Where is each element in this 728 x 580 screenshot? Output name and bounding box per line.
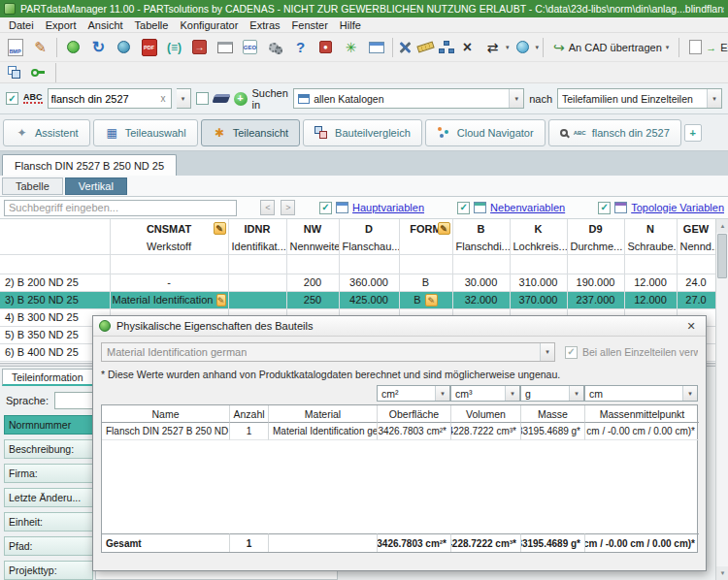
column-header-d[interactable]: D (339, 219, 399, 239)
table-cell[interactable]: 32.000 (452, 291, 510, 308)
table-cell[interactable]: 27.0 (677, 291, 715, 308)
measure-ruler-icon[interactable] (414, 36, 438, 59)
text-search-checkbox[interactable]: ✓ (6, 92, 18, 105)
globe-dropdown-icon[interactable]: ▾ (536, 44, 540, 51)
edit-column-icon[interactable]: ✎ (438, 222, 450, 235)
document-tab[interactable]: Flansch DIN 2527 B 250 ND 25 (2, 154, 177, 176)
edit-column-icon[interactable]: ✎ (214, 222, 226, 235)
filter-cell[interactable] (339, 254, 399, 274)
table-cell[interactable]: 310.000 (510, 274, 567, 291)
table-cell-form[interactable]: B✎ (399, 291, 452, 308)
column-header-b[interactable]: B (452, 219, 510, 239)
prev-button[interactable]: < (260, 200, 275, 215)
filter-cell[interactable] (0, 254, 110, 274)
plugin-red-icon[interactable]: ● (314, 36, 338, 59)
next-button[interactable]: > (281, 200, 295, 215)
table-cell[interactable]: 12.000 (624, 291, 677, 308)
edit-cell-icon[interactable]: ✎ (216, 294, 226, 306)
key-icon[interactable] (28, 64, 48, 81)
filter-cell[interactable] (110, 254, 228, 274)
vertical-scrollbar[interactable]: ▲ ▼ (715, 219, 728, 580)
close-icon[interactable]: ✕ (682, 318, 700, 334)
scroll-up-icon[interactable]: ▲ (716, 219, 728, 233)
length-unit-select[interactable]: cm▾ (584, 385, 698, 402)
table-view-icon[interactable] (364, 36, 388, 59)
menu-ansicht[interactable]: Ansicht (82, 19, 128, 31)
table-cell-material[interactable]: Material Identification german✎ (110, 291, 228, 308)
dropdown-arrow-icon[interactable]: ▾ (569, 386, 583, 401)
menu-hilfe[interactable]: Hilfe (334, 19, 367, 31)
row-label[interactable]: 2) B 200 ND 25 (0, 274, 110, 291)
table-cell[interactable]: B (399, 274, 452, 291)
green-asterisk-icon[interactable]: ✳ (339, 36, 363, 59)
table-row-b250-selected[interactable]: 3) B 250 ND 25 Material Identification g… (0, 291, 715, 308)
export-bmp-icon[interactable]: BMP (3, 36, 27, 59)
table-cell[interactable]: 200 (286, 274, 339, 291)
tab-teileinformation[interactable]: Teileinformation (2, 369, 93, 386)
filter-cell[interactable] (677, 254, 715, 274)
layers-icon[interactable] (4, 64, 23, 81)
pdf-export-icon[interactable]: PDF (137, 36, 161, 59)
swap-dropdown-icon[interactable]: ▾ (506, 44, 510, 51)
update-globe-icon[interactable] (112, 36, 136, 59)
filter-cell[interactable] (567, 254, 624, 274)
tab-tabelle[interactable]: Tabelle (2, 177, 63, 195)
dropdown-arrow-icon[interactable]: ▾ (505, 386, 519, 401)
eraser-icon[interactable] (212, 94, 230, 103)
properties-data-row[interactable]: Flansch DIN 2527 B 250 ND 25 1 Material … (102, 423, 697, 440)
column-header-n[interactable]: N (624, 219, 677, 239)
dropdown-arrow-icon[interactable]: ▾ (509, 89, 523, 108)
clear-search-icon[interactable]: x (159, 93, 168, 104)
menu-export[interactable]: Export (40, 19, 83, 31)
table-cell[interactable]: 237.000 (567, 291, 624, 308)
edit-cell-icon[interactable]: ✎ (425, 294, 438, 306)
topologie-checkbox[interactable]: ✓ (598, 202, 611, 214)
filter-cell[interactable] (510, 254, 567, 274)
menu-fenster[interactable]: Fenster (286, 19, 334, 31)
menu-extras[interactable]: Extras (244, 19, 285, 31)
dropdown-arrow-icon[interactable]: ▾ (682, 386, 697, 401)
table-cell[interactable]: 250 (286, 291, 339, 308)
row-label[interactable]: 3) B 250 ND 25 (0, 291, 110, 308)
tab-search-result[interactable]: ABC flansch din 2527 (548, 119, 681, 146)
filter-input[interactable] (4, 200, 237, 216)
column-header-gew[interactable]: GEW (677, 219, 715, 239)
tab-cloud-navigator[interactable]: Cloud Navigator (425, 119, 546, 146)
edit-pen-icon[interactable]: ✎ (28, 36, 52, 59)
settings-gears-icon[interactable] (263, 36, 287, 59)
dropdown-arrow-icon[interactable]: ▾ (435, 386, 449, 401)
tab-assistent[interactable]: ✦ Assistent (3, 119, 90, 146)
geo-icon[interactable]: GEO (238, 36, 262, 59)
refresh-icon[interactable]: ↻ (86, 36, 111, 59)
export-date-button[interactable]: → Export in Date (683, 36, 728, 59)
scroll-down-icon[interactable]: ▼ (716, 566, 728, 580)
table-cell[interactable]: 190.000 (567, 274, 624, 291)
column-header-d9[interactable]: D9 (567, 219, 624, 239)
hauptvariablen-link[interactable]: Hauptvariablen (352, 202, 424, 213)
column-header-form[interactable]: FORM✎ (399, 219, 452, 239)
filter-cell[interactable] (399, 254, 452, 274)
search-history-dropdown-icon[interactable]: ▾ (177, 88, 191, 109)
dropdown-arrow-icon[interactable]: ▾ (707, 89, 721, 108)
column-header-nw[interactable]: NW (286, 219, 339, 239)
delete-x-icon[interactable]: × (455, 36, 480, 59)
hierarchy-icon[interactable] (439, 41, 454, 54)
mass-unit-select[interactable]: g▾ (520, 385, 584, 402)
table-cell[interactable]: 30.000 (452, 274, 510, 291)
swap-arrows-icon[interactable]: ⇄ (480, 36, 505, 59)
column-header-idnr[interactable]: IDNR (228, 219, 286, 239)
help-icon[interactable]: ? (288, 36, 313, 59)
column-header-k[interactable]: K (510, 219, 567, 239)
volume-unit-select[interactable]: cm³▾ (450, 385, 520, 402)
filter-cell[interactable] (228, 254, 286, 274)
table-cell[interactable]: 360.000 (339, 274, 399, 291)
filter-cell[interactable] (452, 254, 510, 274)
table-cell[interactable]: 24.0 (677, 274, 715, 291)
tab-vertikal[interactable]: Vertikal (65, 177, 127, 195)
table-cell[interactable]: 12.000 (624, 274, 677, 291)
add-tab-button[interactable]: + (684, 124, 702, 142)
nebenvariablen-checkbox[interactable]: ✓ (457, 202, 470, 214)
export-red-icon[interactable]: → (187, 36, 212, 59)
presentation-icon[interactable] (213, 36, 237, 59)
tab-teileansicht[interactable]: ✱ Teileansicht (201, 119, 300, 146)
